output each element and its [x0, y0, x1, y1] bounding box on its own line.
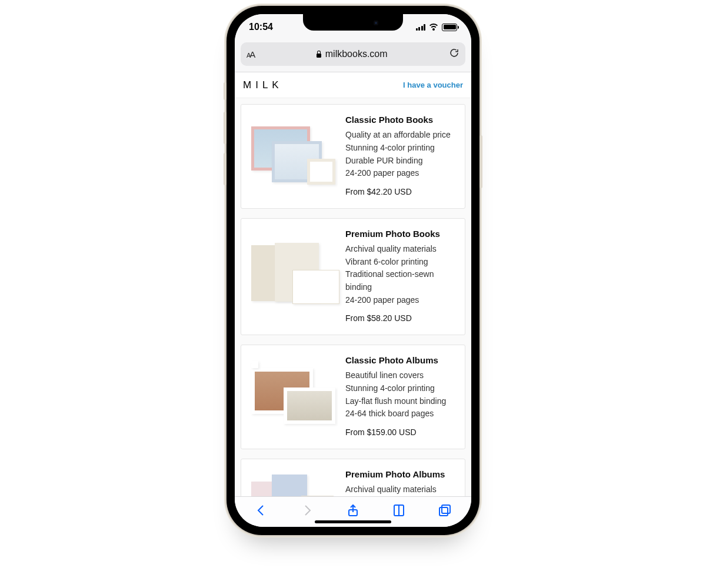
- product-card[interactable]: Classic Photo BooksQuality at an afforda…: [241, 104, 465, 209]
- product-bullet: Archival quality materials: [345, 243, 457, 256]
- reader-textsize-button[interactable]: AA: [247, 49, 254, 59]
- product-title: Classic Photo Albums: [345, 353, 457, 367]
- bookmarks-button[interactable]: [386, 499, 412, 522]
- product-info: Classic Photo BooksQuality at an afforda…: [345, 113, 457, 199]
- svg-rect-2: [439, 507, 448, 516]
- home-indicator[interactable]: [315, 520, 391, 523]
- notch: [303, 14, 403, 31]
- product-bullet: Durable PUR binding: [345, 155, 457, 168]
- safari-address-bar[interactable]: AA milkbooks.com: [241, 42, 465, 66]
- mute-switch: [224, 82, 227, 100]
- product-bullet: 24-200 paper pages: [345, 294, 457, 307]
- svg-rect-1: [442, 505, 450, 513]
- product-title: Premium Photo Books: [345, 227, 457, 240]
- address-url[interactable]: milkbooks.com: [258, 49, 445, 59]
- product-card[interactable]: Premium Photo AlbumsArchival quality mat…: [241, 459, 465, 496]
- product-list[interactable]: Classic Photo BooksQuality at an afforda…: [235, 98, 471, 496]
- product-bullet: Vibrant 6-color printing: [345, 256, 457, 269]
- product-bullet: 24-64 thick board pages: [345, 407, 457, 420]
- volume-up-button: [224, 112, 227, 144]
- product-card[interactable]: Classic Photo AlbumsBeautiful linen cove…: [241, 345, 465, 449]
- site-header: MILK I have a voucher: [235, 72, 471, 98]
- cellular-signal-icon: [416, 24, 426, 31]
- share-button[interactable]: [340, 499, 366, 522]
- product-thumbnail: [249, 113, 341, 199]
- lock-icon: [316, 51, 322, 58]
- product-info: Classic Photo AlbumsBeautiful linen cove…: [345, 353, 457, 439]
- product-info: Premium Photo BooksArchival quality mate…: [345, 227, 457, 325]
- back-button[interactable]: [248, 499, 274, 522]
- status-time: 10:54: [249, 22, 273, 32]
- wifi-icon: [429, 24, 438, 31]
- product-bullet: 24-200 paper pages: [345, 167, 457, 180]
- brand-logo[interactable]: MILK: [243, 79, 283, 91]
- voucher-link[interactable]: I have a voucher: [403, 81, 463, 89]
- product-title: Classic Photo Books: [345, 113, 457, 126]
- product-bullet: Lay-flat flush mount binding: [345, 395, 457, 408]
- product-thumbnail: [249, 467, 341, 496]
- product-bullet: Traditional section-sewn binding: [345, 268, 457, 293]
- product-title: Premium Photo Albums: [345, 467, 457, 481]
- product-bullet: Stunning 4-color printing: [345, 142, 457, 155]
- product-price: From $58.20 USD: [345, 312, 457, 325]
- product-thumbnail: [249, 227, 341, 325]
- product-info: Premium Photo AlbumsArchival quality mat…: [345, 467, 457, 496]
- product-card[interactable]: Premium Photo BooksArchival quality mate…: [241, 218, 465, 335]
- address-domain: milkbooks.com: [325, 49, 388, 59]
- safari-chrome-top: AA milkbooks.com: [235, 40, 471, 72]
- battery-icon: [442, 24, 457, 31]
- product-price: From $42.20 USD: [345, 186, 457, 199]
- product-bullet: Beautiful linen covers: [345, 369, 457, 382]
- product-bullet: Stunning 4-color printing: [345, 382, 457, 395]
- product-bullet: Archival quality materials: [345, 483, 457, 496]
- iphone-device-frame: 10:54 AA milkbooks.com: [227, 6, 479, 535]
- volume-down-button: [224, 153, 227, 185]
- reload-button[interactable]: [449, 48, 459, 61]
- webpage-viewport[interactable]: MILK I have a voucher Classic Photo Book…: [235, 72, 471, 496]
- phone-screen: 10:54 AA milkbooks.com: [235, 14, 471, 527]
- product-thumbnail: [249, 353, 341, 439]
- product-bullet: Quality at an affordable price: [345, 129, 457, 142]
- forward-button: [294, 499, 320, 522]
- power-button: [479, 135, 482, 188]
- product-price: From $159.00 USD: [345, 426, 457, 439]
- tabs-button[interactable]: [432, 499, 458, 522]
